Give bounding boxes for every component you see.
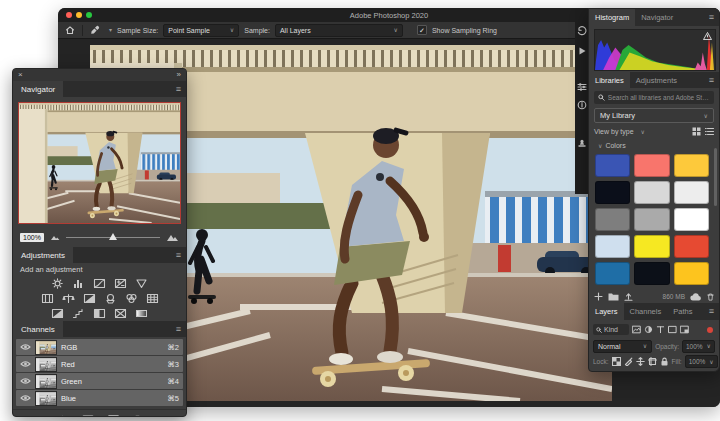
cloud-sync-icon[interactable] (690, 293, 702, 301)
selective-color-icon[interactable] (114, 308, 127, 319)
lock-pixels-icon[interactable] (624, 357, 633, 366)
zoom-slider[interactable] (66, 237, 160, 238)
color-swatch[interactable] (595, 262, 630, 285)
home-icon[interactable] (65, 25, 75, 35)
tab-channels[interactable]: Channels (13, 321, 63, 337)
filter-pixel-layers-icon[interactable] (632, 325, 641, 334)
color-swatch[interactable] (674, 208, 709, 231)
color-swatch[interactable] (595, 154, 630, 177)
color-swatch[interactable] (595, 208, 630, 231)
channel-mixer-icon[interactable] (125, 293, 138, 304)
info-icon[interactable] (577, 100, 587, 110)
curves-icon[interactable] (93, 278, 106, 289)
color-swatch[interactable] (595, 181, 630, 204)
color-swatch[interactable] (634, 154, 669, 177)
delete-item-icon[interactable] (707, 293, 714, 301)
navigator-proxy-view[interactable] (18, 102, 181, 224)
eyedropper-tool-icon[interactable] (90, 25, 100, 35)
color-swatch[interactable] (634, 208, 669, 231)
vibrance-icon[interactable] (135, 278, 148, 289)
gradient-map-icon[interactable] (135, 308, 148, 319)
tab-navigator[interactable]: Navigator (13, 81, 63, 97)
add-content-icon[interactable] (594, 292, 603, 301)
tool-preset-caret-icon[interactable]: ▾ (109, 27, 112, 33)
new-folder-icon[interactable] (608, 292, 619, 301)
tab-layers[interactable]: Layers (589, 303, 624, 320)
color-swatch[interactable] (634, 235, 669, 258)
minimize-window-button[interactable] (76, 12, 82, 18)
layer-row-background[interactable]: Background (592, 371, 716, 372)
panel-menu-icon[interactable]: ≡ (709, 76, 714, 85)
color-swatch[interactable] (595, 235, 630, 258)
load-selection-icon[interactable] (58, 415, 68, 418)
panel-menu-icon[interactable]: ≡ (709, 13, 714, 22)
panel-menu-icon[interactable]: ≡ (709, 307, 714, 316)
close-panel-icon[interactable]: × (18, 71, 23, 79)
properties-icon[interactable] (577, 82, 587, 92)
color-balance-icon[interactable] (62, 293, 75, 304)
channel-row-blue[interactable]: Blue ⌘5 (16, 390, 183, 406)
photo-filter-icon[interactable] (104, 293, 117, 304)
color-lookup-icon[interactable] (146, 293, 159, 304)
list-view-icon[interactable] (705, 127, 714, 136)
channel-row-green[interactable]: Green ⌘4 (16, 373, 183, 389)
lock-transparency-icon[interactable] (612, 357, 621, 366)
visibility-eye-icon[interactable] (20, 394, 31, 402)
zoom-out-icon[interactable] (50, 233, 60, 241)
channel-row-red[interactable]: Red ⌘3 (16, 356, 183, 372)
zoom-in-icon[interactable] (166, 232, 179, 242)
blend-mode-dropdown[interactable]: Normal ∨ (593, 340, 652, 353)
upload-icon[interactable] (624, 292, 633, 301)
opacity-dropdown[interactable]: 100% ∨ (682, 340, 715, 353)
lock-artboard-icon[interactable] (648, 357, 657, 366)
sample-dropdown[interactable]: All Layers ∨ (275, 24, 403, 37)
tab-libraries[interactable]: Libraries (589, 72, 630, 88)
panel-menu-icon[interactable]: ≡ (176, 85, 181, 94)
new-channel-icon[interactable] (108, 415, 119, 417)
brightness-contrast-icon[interactable] (51, 278, 64, 289)
lock-position-icon[interactable] (636, 357, 645, 366)
library-select[interactable]: My Library ∨ (594, 108, 714, 123)
color-swatch[interactable] (674, 262, 709, 285)
filter-kind-dropdown[interactable]: Kind (593, 324, 629, 335)
view-by-type-label[interactable]: View by type (594, 128, 634, 135)
filter-smart-objects-icon[interactable] (680, 325, 689, 334)
zoom-slider-thumb[interactable] (109, 233, 117, 240)
zoom-value-field[interactable]: 100% (20, 233, 44, 242)
scrollbar[interactable] (714, 148, 717, 206)
hue-saturation-icon[interactable] (41, 293, 54, 304)
close-window-button[interactable] (66, 12, 72, 18)
filter-shape-layers-icon[interactable] (668, 325, 677, 334)
tab-adjustments-right[interactable]: Adjustments (630, 72, 683, 88)
libraries-search-input[interactable]: Search all libraries and Adobe Stock (594, 91, 714, 104)
cached-data-warning-icon[interactable] (703, 32, 712, 40)
tab-adjustments[interactable]: Adjustments (13, 247, 73, 263)
color-swatch[interactable] (674, 235, 709, 258)
color-swatch[interactable] (634, 181, 669, 204)
levels-icon[interactable] (72, 278, 85, 289)
panel-menu-icon[interactable]: ≡ (176, 325, 181, 334)
colors-section-header[interactable]: ∨ Colors (589, 138, 719, 151)
filter-adjustment-layers-icon[interactable] (644, 325, 653, 334)
fill-dropdown[interactable]: 100% ∨ (685, 355, 718, 368)
color-swatch[interactable] (674, 154, 709, 177)
posterize-icon[interactable] (72, 308, 85, 319)
invert-icon[interactable] (51, 308, 64, 319)
exposure-icon[interactable] (114, 278, 127, 289)
filter-toggle-icon[interactable] (707, 327, 713, 333)
visibility-eye-icon[interactable] (20, 360, 31, 368)
channel-row-rgb[interactable]: RGB ⌘2 (16, 339, 183, 355)
filter-type-layers-icon[interactable] (656, 325, 665, 334)
zoom-window-button[interactable] (86, 12, 92, 18)
color-swatch[interactable] (634, 262, 669, 285)
black-white-icon[interactable] (83, 293, 96, 304)
threshold-icon[interactable] (93, 308, 106, 319)
visibility-eye-icon[interactable] (20, 343, 31, 351)
history-icon[interactable] (577, 26, 587, 36)
save-selection-as-channel-icon[interactable] (82, 415, 94, 417)
panel-menu-icon[interactable]: ≡ (176, 251, 181, 260)
visibility-eye-icon[interactable] (20, 377, 31, 385)
tab-navigator-right[interactable]: Navigator (635, 9, 679, 26)
show-sampling-ring-checkbox[interactable]: ✓ (417, 25, 427, 35)
clone-source-icon[interactable] (577, 138, 587, 148)
